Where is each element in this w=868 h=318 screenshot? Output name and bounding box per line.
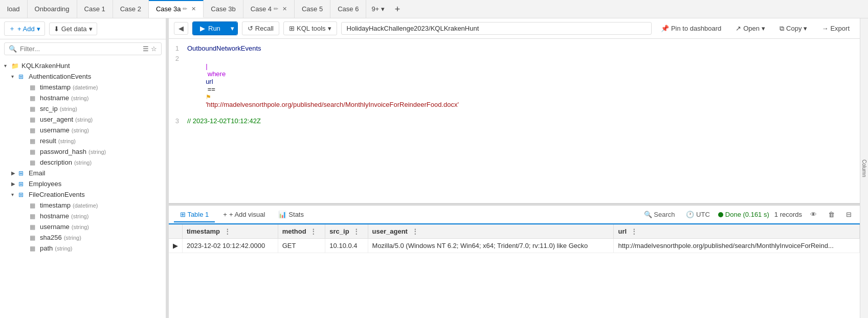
filter-input[interactable] [20,45,140,53]
open-chevron-icon: ▾ [762,25,765,32]
eye-icon: 👁 [810,211,817,218]
tab-case2[interactable]: Case 2 [113,0,149,18]
tab-table-1[interactable]: ⊞ Table 1 [174,208,215,222]
tree-field-result-auth[interactable]: ▶ ▦ result (string) [0,135,166,146]
get-data-label: Get data [61,25,87,33]
tree-field-sha256-fce[interactable]: ▶ ▦ sha256 (string) [0,232,166,243]
tree-field-description[interactable]: ▶ ▦ description (string) [0,157,166,168]
th-timestamp[interactable]: timestamp ⋮ [183,224,278,239]
kql-tools-button[interactable]: ⊞ KQL tools ▾ [283,21,337,35]
utc-button[interactable]: 🕐 UTC [683,209,713,220]
th-url[interactable]: url ⋮ [614,224,860,239]
th-timestamp-menu-icon[interactable]: ⋮ [224,228,231,235]
left-panel: ＋ + Add ▾ ⬇ Get data ▾ 🔍 ☰ ☆ ▾ 📁 [0,18,166,318]
tree-employees[interactable]: ▶ ⊞ Employees [0,178,166,189]
line-num-3: 3 [169,117,187,125]
tree-field-hostname-auth[interactable]: ▶ ▦ hostname (string) [0,93,166,103]
table-header-row: timestamp ⋮ method ⋮ src_ip ⋮ [169,224,860,239]
field-icon-0: ▦ [30,84,38,91]
collapse-left-button[interactable]: ◀ [174,22,188,35]
search-button[interactable]: 🔍 Search [641,209,678,220]
tree-file-creation-events[interactable]: ▾ ⊞ FileCreationEvents [0,189,166,200]
code-line-3: 3 // 2023-12-02T10:12:42Z [169,117,860,127]
run-play-icon: ▶ [200,25,205,32]
get-data-chevron-icon: ▾ [89,25,93,33]
tab-case3a-close-icon[interactable]: ✕ [191,6,196,12]
tab-load[interactable]: load [0,0,28,18]
tab-case3b[interactable]: Case 3b [204,0,243,18]
auth-chevron-icon: ▾ [11,74,18,79]
tree-email[interactable]: ▶ ⊞ Email [0,168,166,178]
fce-field-icon-3: ▦ [30,234,38,241]
tab-case5[interactable]: Case 5 [295,0,330,18]
code-editor[interactable]: 1 OutboundNetworkEvents 2 | where url ==… [169,39,860,203]
stats-icon: 📊 [278,211,286,218]
tree-field-user-agent-auth[interactable]: ▶ ▦ user_agent (string) [0,114,166,125]
th-src-ip[interactable]: src_ip ⋮ [325,224,368,239]
tree-root-item[interactable]: ▾ 📁 KQLKrakenHunt [0,60,166,71]
tree-field-timestamp-fce[interactable]: ▶ ▦ timestamp (datetime) [0,200,166,211]
field-type-1: (string) [71,95,88,101]
stats-button[interactable]: 📊 Stats [273,208,309,221]
filter-icons: ☰ ☆ [143,45,157,53]
tree-field-username-auth[interactable]: ▶ ▦ username (string) [0,125,166,135]
th-user-agent-menu-icon[interactable]: ⋮ [412,228,418,235]
fce-field-icon-0: ▦ [30,202,38,209]
tab-case6[interactable]: Case 6 [330,0,366,18]
tab-onboarding[interactable]: Onboarding [28,0,77,18]
filter-list-icon[interactable]: ☰ [143,45,149,53]
field-type-6: (string) [88,149,106,155]
search-label: Search [654,211,675,218]
fce-field-type-2: (string) [72,224,89,230]
filter-star-icon[interactable]: ☆ [151,45,157,53]
tab-case3a[interactable]: Case 3a ✏ ✕ [149,0,204,18]
th-user-agent[interactable]: user_agent ⋮ [368,224,614,239]
tab-case6-label: Case 6 [338,5,359,13]
tab-case4-edit-icon[interactable]: ✏ [274,6,278,12]
tree-field-timestamp-auth[interactable]: ▶ ▦ timestamp (datetime) [0,82,166,93]
pin-to-dashboard-button[interactable]: 📌 Pin to dashboard [656,22,726,35]
fce-chevron-icon: ▾ [11,192,18,197]
delete-button[interactable]: 🗑 [825,209,838,220]
copy-button[interactable]: ⧉ Copy ▾ [774,22,812,35]
add-visual-button[interactable]: + + Add visual [218,208,270,221]
employees-chevron-icon: ▶ [11,181,18,187]
column-settings-button[interactable]: ⊟ [843,209,855,220]
column-indicator[interactable]: Column [860,18,868,318]
fce-field-label-4: path [40,244,53,252]
tab-case4-close-icon[interactable]: ✕ [282,6,287,12]
th-src-ip-menu-icon[interactable]: ⋮ [353,228,360,235]
code-line-1: 1 OutboundNetworkEvents [169,44,860,54]
td-src-ip: 10.10.0.4 [325,239,368,253]
tree-root-label: KQLKrakenHunt [21,62,70,70]
run-dropdown-button[interactable]: ▾ [228,22,237,35]
url-field: url [206,78,213,85]
get-data-button[interactable]: ⬇ Get data ▾ [49,22,97,35]
tree-field-path-fce[interactable]: ▶ ▦ path (string) [0,243,166,254]
tree-field-username-fce[interactable]: ▶ ▦ username (string) [0,221,166,232]
tab-overflow-button[interactable]: 9+ ▾ [366,0,389,18]
fce-field-label-1: hostname [40,212,69,220]
tab-case1[interactable]: Case 1 [77,0,113,18]
stats-label: Stats [288,211,304,218]
run-button[interactable]: ▶ Run [193,22,228,35]
tree-authentication-events[interactable]: ▾ ⊞ AuthenticationEvents [0,71,166,82]
open-button[interactable]: ↗ Open ▾ [730,22,770,35]
th-method-menu-icon[interactable]: ⋮ [310,228,317,235]
td-expand[interactable]: ▶ [169,239,183,253]
recall-button[interactable]: ↺ Recall [242,21,279,35]
tab-case3a-edit-icon[interactable]: ✏ [183,6,187,12]
th-method[interactable]: method ⋮ [278,224,325,239]
add-button[interactable]: ＋ + Add ▾ [4,21,45,36]
th-url-menu-icon[interactable]: ⋮ [631,228,637,235]
tree-field-hostname-fce[interactable]: ▶ ▦ hostname (string) [0,211,166,221]
auth-table-icon: ⊞ [18,73,27,80]
export-button[interactable]: → Export [816,22,855,35]
pin-label: Pin to dashboard [671,25,721,32]
tree-field-password-hash[interactable]: ▶ ▦ password_hash (string) [0,146,166,157]
tab-add-button[interactable]: + [390,0,406,18]
tree-field-src-ip-auth[interactable]: ▶ ▦ src_ip (string) [0,103,166,114]
fce-field-label-0: timestamp [40,201,71,209]
eye-button[interactable]: 👁 [807,209,820,220]
tab-case4[interactable]: Case 4 ✏ ✕ [243,0,295,18]
